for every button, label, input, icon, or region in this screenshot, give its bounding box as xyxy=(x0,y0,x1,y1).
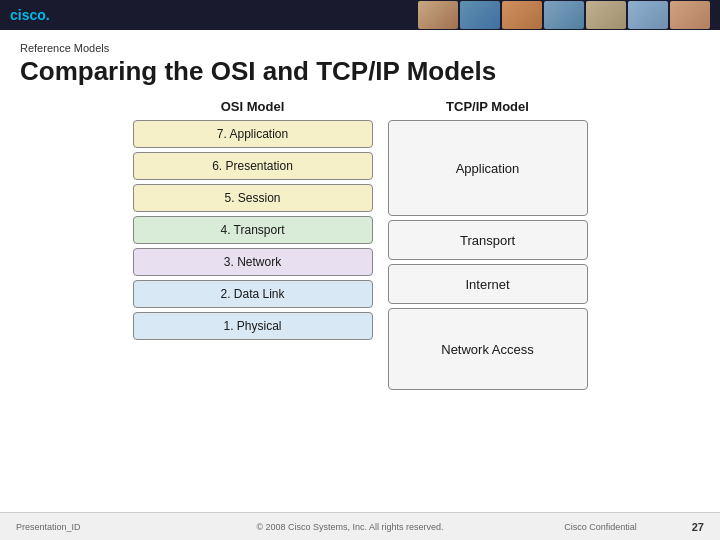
cisco-logo: cisco. xyxy=(10,7,50,23)
footer-confidential: Cisco Confidential xyxy=(517,522,684,532)
slide-title: Comparing the OSI and TCP/IP Models xyxy=(20,56,700,87)
osi-layer-4: 4. Transport xyxy=(133,216,373,244)
section-label: Reference Models xyxy=(20,42,700,54)
tcpip-layer-application: Application xyxy=(388,120,588,216)
footer-presentation-id: Presentation_ID xyxy=(16,522,183,532)
header-photo-2 xyxy=(460,1,500,29)
osi-layers-list: 7. Application 6. Presentation 5. Sessio… xyxy=(133,120,373,344)
slide-content: Reference Models Comparing the OSI and T… xyxy=(0,30,720,404)
tcpip-model-column: TCP/IP Model Application Transport Inter… xyxy=(388,99,588,394)
osi-layer-3: 3. Network xyxy=(133,248,373,276)
header-photo-5 xyxy=(586,1,626,29)
osi-model-header: OSI Model xyxy=(133,99,373,114)
header-photo-4 xyxy=(544,1,584,29)
comparison-diagram: OSI Model 7. Application 6. Presentation… xyxy=(70,99,650,394)
footer-page-number: 27 xyxy=(684,521,704,533)
header-photo-3 xyxy=(502,1,542,29)
osi-layer-2: 2. Data Link xyxy=(133,280,373,308)
header-bar: cisco. xyxy=(0,0,720,30)
tcpip-layer-transport: Transport xyxy=(388,220,588,260)
header-photo-7 xyxy=(670,1,710,29)
tcpip-model-header: TCP/IP Model xyxy=(388,99,588,114)
footer-copyright: © 2008 Cisco Systems, Inc. All rights re… xyxy=(183,522,517,532)
osi-model-column: OSI Model 7. Application 6. Presentation… xyxy=(133,99,373,394)
header-photo-1 xyxy=(418,1,458,29)
osi-layer-5: 5. Session xyxy=(133,184,373,212)
osi-layer-1: 1. Physical xyxy=(133,312,373,340)
tcpip-layer-internet: Internet xyxy=(388,264,588,304)
header-photo-6 xyxy=(628,1,668,29)
tcpip-layers-list: Application Transport Internet Network A… xyxy=(388,120,588,394)
osi-layer-6: 6. Presentation xyxy=(133,152,373,180)
footer-bar: Presentation_ID © 2008 Cisco Systems, In… xyxy=(0,512,720,540)
header-images xyxy=(418,1,710,29)
osi-layer-7: 7. Application xyxy=(133,120,373,148)
tcpip-layer-network-access: Network Access xyxy=(388,308,588,390)
